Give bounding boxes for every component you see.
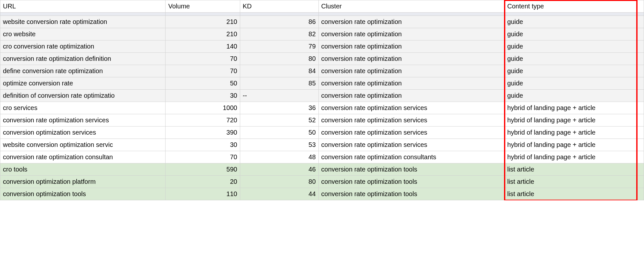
cell-extra (637, 90, 644, 102)
table-row[interactable]: website conversion optimization servic30… (0, 139, 644, 151)
cell-content_type[interactable]: hybrid of landing page + article (505, 102, 637, 114)
cell-cluster[interactable]: conversion rate optimization (318, 28, 504, 40)
cell-volume[interactable]: 210 (166, 28, 240, 40)
cell-content_type[interactable]: guide (505, 28, 637, 40)
table-row[interactable]: cro services100036conversion rate optimi… (0, 102, 644, 114)
cell-content_type[interactable]: hybrid of landing page + article (505, 114, 637, 127)
cell-url[interactable]: optimize conversion rate (0, 77, 166, 90)
cell-content_type[interactable]: guide (505, 77, 637, 90)
cell-url[interactable]: conversion rate optimization consultan (0, 151, 166, 163)
header-kd[interactable]: KD (240, 0, 318, 13)
cell-url[interactable]: conversion optimization services (0, 127, 166, 139)
cell-cluster[interactable]: conversion rate optimization services (318, 102, 504, 114)
cell-url[interactable]: cro conversion rate optimization (0, 40, 166, 53)
cell-content_type[interactable]: hybrid of landing page + article (505, 139, 637, 151)
cell-cluster[interactable]: conversion rate optimization (318, 40, 504, 53)
cell-volume[interactable]: 70 (166, 53, 240, 65)
cell-url[interactable]: conversion rate optimization definition (0, 53, 166, 65)
cell-volume[interactable]: 50 (166, 77, 240, 90)
spreadsheet-table[interactable]: URL Volume KD Cluster Content type websi… (0, 0, 644, 200)
header-url[interactable]: URL (0, 0, 166, 13)
cell-content_type[interactable]: hybrid of landing page + article (505, 151, 637, 163)
header-content-type[interactable]: Content type (505, 0, 637, 13)
cell-volume[interactable]: 720 (166, 114, 240, 127)
cell-cluster[interactable]: conversion rate optimization (318, 53, 504, 65)
cell-url[interactable]: website conversion rate optimization (0, 16, 166, 28)
cell-kd[interactable]: 36 (240, 102, 318, 114)
cell-content_type[interactable]: guide (505, 65, 637, 77)
header-cluster[interactable]: Cluster (318, 0, 504, 13)
cell-content_type[interactable]: hybrid of landing page + article (505, 127, 637, 139)
table-row[interactable]: conversion rate optimization services720… (0, 114, 644, 127)
cell-url[interactable]: definition of conversion rate optimizati… (0, 90, 166, 102)
cell-cluster[interactable]: conversion rate optimization (318, 65, 504, 77)
cell-kd[interactable]: 53 (240, 139, 318, 151)
cell-url[interactable]: define conversion rate optimization (0, 65, 166, 77)
table-row[interactable]: website conversion rate optimization2108… (0, 16, 644, 28)
table-row[interactable]: cro conversion rate optimization14079con… (0, 40, 644, 53)
cell-kd[interactable]: 86 (240, 16, 318, 28)
table-row[interactable]: conversion rate optimization definition7… (0, 53, 644, 65)
cell-volume[interactable]: 110 (166, 188, 240, 200)
cell-volume[interactable]: 70 (166, 151, 240, 163)
cell-cluster[interactable]: conversion rate optimization (318, 16, 504, 28)
cell-cluster[interactable]: conversion rate optimization (318, 77, 504, 90)
header-extra (637, 0, 644, 13)
cell-content_type[interactable]: list article (505, 176, 637, 188)
cell-content_type[interactable]: guide (505, 16, 637, 28)
cell-volume[interactable]: 210 (166, 16, 240, 28)
cell-kd[interactable]: 50 (240, 127, 318, 139)
cell-cluster[interactable]: conversion rate optimization tools (318, 176, 504, 188)
cell-url[interactable]: cro tools (0, 163, 166, 176)
cell-cluster[interactable]: conversion rate optimization tools (318, 188, 504, 200)
cell-content_type[interactable]: guide (505, 53, 637, 65)
cell-cluster[interactable]: conversion rate optimization services (318, 139, 504, 151)
cell-cluster[interactable]: conversion rate optimization consultants (318, 151, 504, 163)
cell-url[interactable]: website conversion optimization servic (0, 139, 166, 151)
table-row[interactable]: conversion rate optimization consultan70… (0, 151, 644, 163)
cell-kd[interactable]: 84 (240, 65, 318, 77)
cell-volume[interactable]: 390 (166, 127, 240, 139)
table-row[interactable]: optimize conversion rate5085conversion r… (0, 77, 644, 90)
table-row[interactable]: cro website21082conversion rate optimiza… (0, 28, 644, 40)
cell-kd[interactable]: 85 (240, 77, 318, 90)
cell-cluster[interactable]: conversion rate optimization services (318, 127, 504, 139)
cell-content_type[interactable]: guide (505, 40, 637, 53)
cell-volume[interactable]: 30 (166, 139, 240, 151)
cell-kd[interactable]: 46 (240, 163, 318, 176)
cell-kd[interactable]: -- (240, 90, 318, 102)
cell-volume[interactable]: 70 (166, 65, 240, 77)
cell-url[interactable]: conversion rate optimization services (0, 114, 166, 127)
cell-url[interactable]: cro services (0, 102, 166, 114)
cell-volume[interactable]: 20 (166, 176, 240, 188)
cell-volume[interactable]: 1000 (166, 102, 240, 114)
header-volume[interactable]: Volume (166, 0, 240, 13)
cell-kd[interactable]: 80 (240, 53, 318, 65)
cell-cluster[interactable]: conversion rate optimization (318, 90, 504, 102)
cell-kd[interactable]: 82 (240, 28, 318, 40)
table-row[interactable]: definition of conversion rate optimizati… (0, 90, 644, 102)
cell-extra (637, 16, 644, 28)
cell-url[interactable]: conversion optimization platform (0, 176, 166, 188)
cell-url[interactable]: conversion optimization tools (0, 188, 166, 200)
cell-url[interactable]: cro website (0, 28, 166, 40)
table-row[interactable]: cro tools59046conversion rate optimizati… (0, 163, 644, 176)
cell-kd[interactable]: 79 (240, 40, 318, 53)
cell-content_type[interactable]: list article (505, 163, 637, 176)
table-row[interactable]: conversion optimization tools11044conver… (0, 188, 644, 200)
table-row[interactable]: conversion optimization platform2080conv… (0, 176, 644, 188)
cell-volume[interactable]: 140 (166, 40, 240, 53)
cell-cluster[interactable]: conversion rate optimization services (318, 114, 504, 127)
cell-kd[interactable]: 44 (240, 188, 318, 200)
cell-content_type[interactable]: list article (505, 188, 637, 200)
cell-kd[interactable]: 52 (240, 114, 318, 127)
cell-content_type[interactable]: guide (505, 90, 637, 102)
table-row[interactable]: conversion optimization services39050con… (0, 127, 644, 139)
cell-kd[interactable]: 80 (240, 176, 318, 188)
cell-cluster[interactable]: conversion rate optimization tools (318, 163, 504, 176)
cell-volume[interactable]: 30 (166, 90, 240, 102)
cell-kd[interactable]: 48 (240, 151, 318, 163)
cell-volume[interactable]: 590 (166, 163, 240, 176)
table-row[interactable]: define conversion rate optimization7084c… (0, 65, 644, 77)
cell-extra (637, 53, 644, 65)
